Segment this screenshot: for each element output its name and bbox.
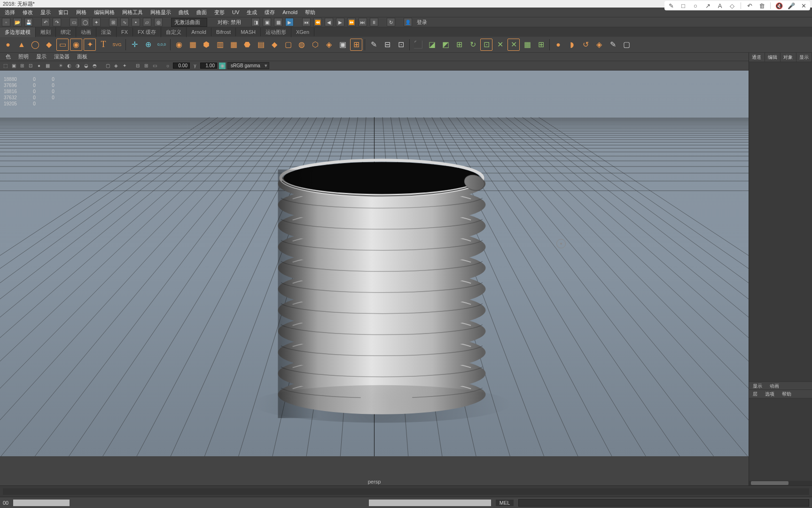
vp-select-icon[interactable]: ⬚ xyxy=(2,63,8,69)
vp-gamma-value[interactable]: 1.00 xyxy=(200,63,217,69)
paint-icon[interactable]: ✦ xyxy=(92,18,101,26)
mirror-icon[interactable]: ▣ xyxy=(336,39,349,51)
soft-select-icon[interactable]: ● xyxy=(552,39,564,51)
shelf-tab-rigging[interactable]: 绑定 xyxy=(56,27,76,37)
tab-anim-layers[interactable]: 动画 xyxy=(766,382,783,389)
menu-display[interactable]: 显示 xyxy=(37,8,55,17)
menu-cache[interactable]: 缓存 xyxy=(261,8,279,17)
vp-shadow-icon[interactable]: ◐ xyxy=(66,63,72,69)
shelf-tab-sculpt[interactable]: 雕刻 xyxy=(36,27,56,37)
poly-disc-icon[interactable]: ◉ xyxy=(70,39,82,51)
vp-menu-panels[interactable]: 面板 xyxy=(73,53,91,61)
square-icon[interactable]: □ xyxy=(679,2,687,9)
tab-channel[interactable]: 通道 xyxy=(749,53,765,62)
vp-menu-shading[interactable]: 色 xyxy=(2,53,15,61)
uv-icon[interactable]: ▢ xyxy=(620,39,632,51)
shelf-tab-render[interactable]: 渲染 xyxy=(96,27,117,37)
scrollbar[interactable] xyxy=(749,481,812,485)
menu-deform[interactable]: 变形 xyxy=(211,8,228,17)
menu-arnold[interactable]: Arnold xyxy=(279,8,301,16)
lasso-icon[interactable]: ◯ xyxy=(81,18,89,26)
text-icon[interactable]: A xyxy=(716,2,724,9)
vp-wireframe-icon[interactable]: ⊡ xyxy=(27,63,34,69)
shelf-tab-bifrost[interactable]: Bifrost xyxy=(211,28,236,36)
layer-menu-help[interactable]: 帮助 xyxy=(778,390,795,398)
bool-merge-icon[interactable]: ⊞ xyxy=(453,39,465,51)
play-end-icon[interactable]: ⏭ xyxy=(359,18,367,26)
bool-diff-icon[interactable]: ◪ xyxy=(426,39,438,51)
combine-icon[interactable]: ◉ xyxy=(173,39,185,51)
layer-menu-options[interactable]: 选项 xyxy=(761,390,778,398)
crease-icon[interactable]: ✕ xyxy=(494,39,506,51)
smooth-icon[interactable]: ◍ xyxy=(296,39,308,51)
trash-icon[interactable]: 🗑 xyxy=(758,2,765,9)
shelf-tab-fx[interactable]: FX xyxy=(117,28,133,36)
open-scene-icon[interactable]: 📂 xyxy=(13,18,22,26)
active-surface-dropdown[interactable]: 无激活曲面 xyxy=(171,18,207,27)
poly-platonic-icon[interactable]: ✦ xyxy=(84,39,96,51)
play-next-icon[interactable]: ▶ xyxy=(336,18,344,26)
shelf-tab-anim[interactable]: 动画 xyxy=(76,27,96,37)
save-scene-icon[interactable]: 💾 xyxy=(24,18,33,26)
menu-uv[interactable]: UV xyxy=(228,8,243,16)
target-weld-icon[interactable]: ◈ xyxy=(323,39,335,51)
menu-modify[interactable]: 修改 xyxy=(19,8,37,17)
pivot-icon[interactable]: ✛ xyxy=(128,39,141,51)
snap-point-icon[interactable]: • xyxy=(132,18,140,26)
play-fwd-icon[interactable]: ⏩ xyxy=(347,18,356,26)
vp-color-mgmt-icon[interactable]: ◉ xyxy=(219,63,226,69)
collapse-icon[interactable]: ◆ xyxy=(268,39,281,51)
reflection-icon[interactable]: ◗ xyxy=(566,39,578,51)
vp-colorspace-dropdown[interactable]: sRGB gamma xyxy=(227,62,269,69)
symmetry-icon[interactable]: ↺ xyxy=(579,39,592,51)
vp-isolate-icon[interactable]: ▢ xyxy=(104,63,111,69)
vp-xray-icon[interactable]: ◈ xyxy=(113,63,119,69)
fill-hole-icon[interactable]: ⬣ xyxy=(241,39,253,51)
new-scene-icon[interactable]: ▫ xyxy=(2,18,10,26)
tab-show[interactable]: 显示 xyxy=(796,53,812,62)
reset-pivot-icon[interactable]: 0,0,0 xyxy=(156,39,168,51)
mute-icon[interactable]: 🔇 xyxy=(775,2,783,9)
subdiv-icon[interactable]: ⊞ xyxy=(350,39,362,51)
poly-sphere-icon[interactable]: ● xyxy=(2,39,14,51)
tab-object[interactable]: 对象 xyxy=(781,53,796,62)
play-stop-icon[interactable]: ⏸ xyxy=(370,18,378,26)
insert-edge-icon[interactable]: ⊟ xyxy=(381,39,393,51)
retopo-icon[interactable]: ◈ xyxy=(593,39,605,51)
vp-light-icon[interactable]: ☀ xyxy=(57,63,64,69)
snap-live-icon[interactable]: ◎ xyxy=(154,18,163,26)
vp-gate-icon[interactable]: ⊟ xyxy=(134,63,141,69)
vp-menu-renderer[interactable]: 渲染器 xyxy=(50,53,73,61)
vp-camera-icon[interactable]: ▣ xyxy=(10,63,17,69)
time-slider[interactable] xyxy=(0,485,812,497)
menu-mesh[interactable]: 网格 xyxy=(72,8,90,17)
menu-surfaces[interactable]: 曲面 xyxy=(193,8,211,17)
play-start-icon[interactable]: ⏮ xyxy=(302,18,311,26)
menu-mesh-tools[interactable]: 网格工具 xyxy=(118,8,147,17)
connect-icon[interactable]: ✕ xyxy=(508,39,520,51)
quad-draw-icon[interactable]: ⊡ xyxy=(480,39,492,51)
poly-type-icon[interactable]: T xyxy=(97,39,109,51)
vp-menu-show[interactable]: 显示 xyxy=(32,53,50,61)
vp-aa-icon[interactable]: ◓ xyxy=(91,63,98,69)
circularize-icon[interactable]: ↻ xyxy=(467,39,479,51)
range-slider[interactable] xyxy=(13,500,70,506)
tab-display-layers[interactable]: 显示 xyxy=(749,382,766,389)
sculpt-icon[interactable]: ▦ xyxy=(521,39,533,51)
layer-menu-layer[interactable]: 层 xyxy=(749,390,761,398)
mic-off-icon[interactable]: 🎤 xyxy=(788,2,795,9)
range-slider-2[interactable] xyxy=(369,500,491,506)
separate-icon[interactable]: ▦ xyxy=(187,39,199,51)
ipr-icon[interactable]: ▦ xyxy=(274,18,282,26)
loop-icon[interactable]: ↻ xyxy=(387,18,395,26)
vp-grid-icon[interactable]: ⊞ xyxy=(19,63,25,69)
shelf-tab-mash[interactable]: MASH xyxy=(236,28,261,36)
select-mode-icon[interactable]: ▭ xyxy=(70,18,78,26)
time-track[interactable] xyxy=(3,488,809,495)
render-icon[interactable]: ▣ xyxy=(263,18,271,26)
poly-plane-icon[interactable]: ▭ xyxy=(56,39,69,51)
poly-torus-icon[interactable]: ◯ xyxy=(29,39,41,51)
multicut-icon[interactable]: ✎ xyxy=(367,39,380,51)
menu-generate[interactable]: 生成 xyxy=(243,8,261,17)
vp-exposure-value[interactable]: 0.00 xyxy=(173,63,190,69)
